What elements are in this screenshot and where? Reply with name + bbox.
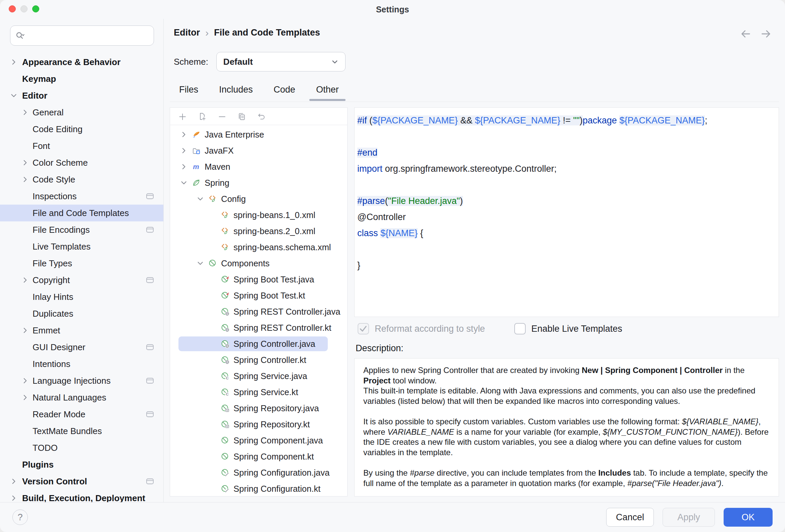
tree-item-spring-boot-test-kt[interactable]: Spring Boot Test.kt [170,287,347,304]
sidebar-item-intentions[interactable]: Intentions [0,356,163,372]
sidebar-item-inspections[interactable]: Inspections [0,188,163,205]
sidebar-item-plugins[interactable]: Plugins [0,456,163,473]
sidebar-item-textmate-bundles[interactable]: TextMate Bundles [0,423,163,439]
chevron-down-icon[interactable] [179,178,188,187]
sidebar-item-build-execution-deployment[interactable]: Build, Execution, Deployment [0,490,163,502]
reformat-checkbox[interactable] [358,323,369,334]
chevron-down-icon[interactable] [196,259,205,268]
sidebar-item-file-types[interactable]: File Types [0,255,163,272]
copy-template-button[interactable] [237,112,246,121]
tree-item-spring-rest-controller-java[interactable]: Spring REST Controller.java [170,304,347,320]
tree-item-spring-beans-1-0-xml[interactable]: spring-beans.1_0.xml [170,207,347,223]
ok-button[interactable]: OK [724,508,773,527]
tree-item-maven[interactable]: mMaven [170,159,347,175]
chevron-right-icon[interactable] [21,393,29,402]
sidebar-item-code-style[interactable]: Code Style [0,171,163,188]
sidebar-item-live-templates[interactable]: Live Templates [0,238,163,255]
sidebar-item-version-control[interactable]: Version Control [0,473,163,490]
help-button[interactable]: ? [12,509,28,525]
create-template-button[interactable] [177,112,186,121]
search-field[interactable] [10,25,154,46]
tree-item-spring[interactable]: Spring [170,175,347,191]
description-paragraph: Applies to new Spring Controller that ar… [363,365,770,386]
tab-code[interactable]: Code [272,80,298,101]
chevron-right-icon[interactable] [21,326,29,335]
tree-item-spring-beans-schema-xml[interactable]: spring-beans.schema.xml [170,239,347,255]
sidebar-item-code-editing[interactable]: Code Editing [0,121,163,137]
sidebar-item-file-encodings[interactable]: File Encodings [0,221,163,238]
modified-indicator-icon [146,477,154,485]
sidebar-item-label: Appearance & Behavior [22,57,121,68]
sidebar-item-todo[interactable]: TODO [0,439,163,456]
sidebar-item-file-and-code-templates[interactable]: File and Code Templates [0,205,163,221]
remove-template-button[interactable] [217,112,226,121]
chevron-right-icon[interactable] [21,108,29,117]
chevron-down-icon[interactable] [196,195,205,203]
tree-item-java-enterprise[interactable]: Java Enterprise [170,126,347,143]
tree-item-components[interactable]: Components [170,255,347,271]
chevron-right-icon[interactable] [21,376,29,385]
enable-live-templates-checkbox[interactable] [514,323,526,334]
template-editor[interactable]: #if (${PACKAGE_NAME} && ${PACKAGE_NAME} … [354,107,779,317]
chevron-right-icon[interactable] [21,276,29,284]
tree-item-javafx[interactable]: JavaFX [170,143,347,159]
arrow-left-icon[interactable] [740,28,752,40]
tree-item-spring-configuration-kt[interactable]: Spring Configuration.kt [170,481,347,496]
sidebar-item-reader-mode[interactable]: Reader Mode [0,406,163,423]
sidebar-item-duplicates[interactable]: Duplicates [0,305,163,322]
sidebar-item-general[interactable]: General [0,104,163,121]
tree-item-spring-component-java[interactable]: Spring Component.java [170,432,347,449]
search-input[interactable] [28,30,149,41]
chevron-right-icon[interactable] [9,494,18,502]
sidebar-item-color-scheme[interactable]: Color Scheme [0,154,163,171]
chevron-down-icon[interactable] [9,91,18,100]
tree-item-spring-repository-java[interactable]: Spring Repository.java [170,400,347,416]
tree-item-spring-service-kt[interactable]: CSpring Service.kt [170,384,347,400]
tree-item-spring-service-java[interactable]: CSpring Service.java [170,368,347,384]
tab-files[interactable]: Files [177,80,200,101]
tree-item-config[interactable]: Config [170,191,347,207]
scheme-select[interactable]: Default [217,52,346,72]
cancel-button[interactable]: Cancel [606,508,654,527]
chevron-right-icon[interactable] [21,175,29,184]
scheme-value: Default [223,57,330,67]
tree-item-spring-boot-test-java[interactable]: Spring Boot Test.java [170,271,347,287]
tree-item-spring-component-kt[interactable]: Spring Component.kt [170,449,347,464]
breadcrumb-editor[interactable]: Editor [174,27,200,38]
chevron-right-icon[interactable] [21,158,29,167]
tree-item-spring-controller-kt[interactable]: Spring Controller.kt [170,352,347,368]
tab-includes[interactable]: Includes [217,80,255,101]
spring-controller-icon [221,323,229,332]
tab-other[interactable]: Other [314,80,341,101]
sidebar-item-gui-designer[interactable]: GUI Designer [0,339,163,356]
tree-item-label: Spring Component.kt [233,452,314,461]
sidebar-item-emmet[interactable]: Emmet [0,322,163,339]
svg-text:C: C [226,392,228,396]
sidebar-item-font[interactable]: Font [0,137,163,154]
tree-item-spring-beans-2-0-xml[interactable]: spring-beans.2_0.xml [170,223,347,239]
sidebar-item-copyright[interactable]: Copyright [0,272,163,288]
tree-item-spring-rest-controller-kt[interactable]: Spring REST Controller.kt [170,320,347,336]
sidebar-item-appearance-behavior[interactable]: Appearance & Behavior [0,54,163,71]
sidebar-item-inlay-hints[interactable]: Inlay Hints [0,288,163,305]
sidebar-item-editor[interactable]: Editor [0,87,163,104]
sidebar-item-label: Version Control [22,476,87,487]
reset-to-default-button[interactable] [257,112,266,121]
chevron-right-icon[interactable] [179,146,188,155]
sidebar-item-keymap[interactable]: Keymap [0,71,163,87]
tree-item-spring-controller-java[interactable]: Spring Controller.java [170,336,347,352]
minus-icon [218,112,226,121]
apply-button[interactable]: Apply [662,508,715,527]
create-child-template-button[interactable] [197,112,206,121]
tree-item-spring-repository-kt[interactable]: Spring Repository.kt [170,416,347,432]
tree-item-spring-configuration-java[interactable]: Spring Configuration.java [170,464,347,481]
sidebar-item-language-injections[interactable]: Language Injections [0,372,163,389]
chevron-right-icon[interactable] [179,130,188,139]
chevron-right-icon[interactable] [9,58,18,67]
chevron-right-icon[interactable] [179,162,188,171]
sidebar-item-natural-languages[interactable]: Natural Languages [0,389,163,406]
chevron-right-icon[interactable] [9,477,18,486]
spring-config-icon [208,195,217,203]
arrow-right-icon[interactable] [760,28,771,40]
javafx-icon [192,146,201,155]
